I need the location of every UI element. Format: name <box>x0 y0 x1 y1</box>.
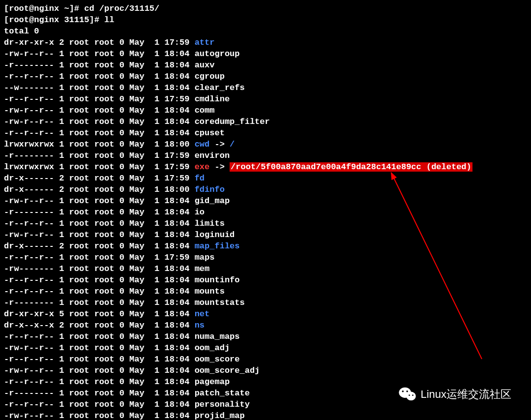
file-name: mem <box>195 264 210 273</box>
list-item: -rw-r--r-- 1 root root 0 May 1 18:04 cor… <box>4 116 527 127</box>
file-name: oom_score <box>195 355 240 364</box>
svg-point-6 <box>413 394 414 396</box>
prompt-line-2: [root@nginx 31115]# ll <box>4 14 527 26</box>
file-meta: -r-------- 1 root root 0 May 1 18:04 <box>4 389 195 398</box>
prompt-open: [ <box>4 4 9 13</box>
file-meta: -r--r--r-- 1 root root 0 May 1 18:04 <box>4 72 195 81</box>
list-item: -r--r--r-- 1 root root 0 May 1 18:04 pag… <box>4 376 527 388</box>
file-meta: lrwxrwxrwx 1 root root 0 May 1 17:59 <box>4 162 195 172</box>
file-name: maps <box>195 253 215 262</box>
watermark-text: Linux运维交流社区 <box>420 389 511 400</box>
list-item: -rw------- 1 root root 0 May 1 18:04 mem <box>4 263 527 274</box>
list-item: -rw-r--r-- 1 root root 0 May 1 18:04 aut… <box>4 48 527 60</box>
file-meta: -r-------- 1 root root 0 May 1 18:04 <box>4 298 195 307</box>
svg-point-2 <box>407 392 416 401</box>
list-item: -r--r--r-- 1 root root 0 May 1 18:04 mou… <box>4 274 527 286</box>
file-meta: -r-------- 1 root root 0 May 1 18:04 <box>4 208 195 217</box>
file-meta: -rw-r--r-- 1 root root 0 May 1 18:04 <box>4 411 195 420</box>
svg-point-4 <box>407 390 409 392</box>
list-item: dr-x------ 2 root root 0 May 1 17:59 fd <box>4 173 527 184</box>
list-item: -r-------- 1 root root 0 May 1 18:04 io <box>4 207 527 218</box>
file-meta: -r--r--r-- 1 root root 0 May 1 18:04 <box>4 355 195 364</box>
list-item: -r-------- 1 root root 0 May 1 17:59 env… <box>4 150 527 161</box>
file-name: coredump_filter <box>195 117 270 126</box>
list-item: dr-xr-xr-x 5 root root 0 May 1 18:04 net <box>4 308 527 320</box>
file-name: net <box>195 309 210 319</box>
file-meta: -r--r--r-- 1 root root 0 May 1 18:04 <box>4 400 195 409</box>
list-item: lrwxrwxrwx 1 root root 0 May 1 18:00 cwd… <box>4 139 527 150</box>
file-name: patch_state <box>195 389 250 398</box>
list-item: -rw-r--r-- 1 root root 0 May 1 18:04 pro… <box>4 410 527 420</box>
file-meta: lrwxrwxrwx 1 root root 0 May 1 18:00 <box>4 140 195 149</box>
file-name: oom_score_adj <box>195 366 260 375</box>
file-meta: -rw-r--r-- 1 root root 0 May 1 18:04 <box>4 49 195 59</box>
list-item: dr-xr-xr-x 2 root root 0 May 1 17:59 att… <box>4 37 527 48</box>
symlink-arrow: -> <box>209 140 230 149</box>
list-item: dr-x--x--x 2 root root 0 May 1 18:04 ns <box>4 320 527 331</box>
file-name: mounts <box>195 287 225 296</box>
file-meta: -rw-r--r-- 1 root root 0 May 1 18:04 <box>4 106 195 115</box>
file-name: auxv <box>195 60 215 70</box>
file-meta: -rw-r--r-- 1 root root 0 May 1 18:04 <box>4 196 195 206</box>
symlink-target: / <box>230 140 235 149</box>
file-meta: -r--r--r-- 1 root root 0 May 1 18:04 <box>4 332 195 341</box>
file-meta: -rw-r--r-- 1 root root 0 May 1 18:04 <box>4 117 195 126</box>
prompt-userhost: root@nginx ~ <box>9 4 69 13</box>
list-item: -r--r--r-- 1 root root 0 May 1 17:59 map… <box>4 252 527 263</box>
file-name: exe <box>195 162 210 172</box>
file-meta: -rw------- 1 root root 0 May 1 18:04 <box>4 264 195 273</box>
list-item: -r--r--r-- 1 root root 0 May 1 18:04 cpu… <box>4 127 527 139</box>
list-item: -r--r--r-- 1 root root 0 May 1 17:59 cmd… <box>4 93 527 105</box>
file-name: attr <box>195 38 215 47</box>
file-name: io <box>195 208 205 217</box>
list-item: -r--r--r-- 1 root root 0 May 1 18:04 lim… <box>4 218 527 229</box>
list-item: dr-x------ 2 root root 0 May 1 18:00 fdi… <box>4 184 527 195</box>
file-name: fd <box>195 174 205 183</box>
file-meta: dr-xr-xr-x 2 root root 0 May 1 17:59 <box>4 38 195 47</box>
file-name: cpuset <box>195 128 225 138</box>
file-meta: -r-------- 1 root root 0 May 1 18:04 <box>4 60 195 70</box>
prompt-userhost: root@nginx 31115 <box>9 15 89 25</box>
file-meta: dr-x------ 2 root root 0 May 1 18:04 <box>4 241 195 251</box>
list-item: -r-------- 1 root root 0 May 1 18:04 mou… <box>4 297 527 308</box>
file-name: projid_map <box>195 411 245 420</box>
file-name: limits <box>195 219 225 228</box>
file-meta: -rw-r--r-- 1 root root 0 May 1 18:04 <box>4 366 195 375</box>
file-meta: -rw-r--r-- 1 root root 0 May 1 18:04 <box>4 230 195 240</box>
list-item: -rw-r--r-- 1 root root 0 May 1 18:04 oom… <box>4 365 527 376</box>
file-name: autogroup <box>195 49 240 59</box>
file-name: comm <box>195 106 215 115</box>
list-item: lrwxrwxrwx 1 root root 0 May 1 17:59 exe… <box>4 161 527 173</box>
command-ll: ll <box>104 15 114 25</box>
wechat-icon <box>399 387 416 401</box>
file-meta: -r-------- 1 root root 0 May 1 17:59 <box>4 151 195 160</box>
file-name: ns <box>195 321 205 330</box>
svg-point-3 <box>402 390 404 392</box>
list-item: -r--r--r-- 1 root root 0 May 1 18:04 mou… <box>4 286 527 297</box>
command-cd: cd /proc/31115/ <box>84 4 159 13</box>
file-name: oom_adj <box>195 343 230 353</box>
file-name: cmdline <box>195 94 230 104</box>
list-item: -rw-r--r-- 1 root root 0 May 1 18:04 gid… <box>4 195 527 207</box>
symlink-target: /root/5f00a870aad7e00a4f9da28c141e89cc (… <box>230 162 472 172</box>
svg-point-5 <box>409 394 411 396</box>
file-meta: -r--r--r-- 1 root root 0 May 1 18:04 <box>4 275 195 285</box>
file-meta: -r--r--r-- 1 root root 0 May 1 17:59 <box>4 94 195 104</box>
list-item: -rw-r--r-- 1 root root 0 May 1 18:04 oom… <box>4 342 527 354</box>
list-item: -r--r--r-- 1 root root 0 May 1 18:04 cgr… <box>4 71 527 82</box>
file-meta: dr-xr-xr-x 5 root root 0 May 1 18:04 <box>4 309 195 319</box>
file-name: fdinfo <box>195 185 225 194</box>
file-name: mountinfo <box>195 275 240 285</box>
list-item: dr-x------ 2 root root 0 May 1 18:04 map… <box>4 240 527 252</box>
file-meta: dr-x------ 2 root root 0 May 1 17:59 <box>4 174 195 183</box>
file-meta: dr-x------ 2 root root 0 May 1 18:00 <box>4 185 195 194</box>
file-name: clear_refs <box>195 83 245 92</box>
list-item: -r-------- 1 root root 0 May 1 18:04 aux… <box>4 60 527 71</box>
file-meta: -r--r--r-- 1 root root 0 May 1 18:04 <box>4 219 195 228</box>
file-meta: -r--r--r-- 1 root root 0 May 1 17:59 <box>4 253 195 262</box>
file-name: mountstats <box>195 298 245 307</box>
total-line: total 0 <box>4 26 527 37</box>
prompt-close: ]# <box>69 4 85 13</box>
file-name: pagemap <box>195 377 230 387</box>
file-meta: -r--r--r-- 1 root root 0 May 1 18:04 <box>4 128 195 138</box>
